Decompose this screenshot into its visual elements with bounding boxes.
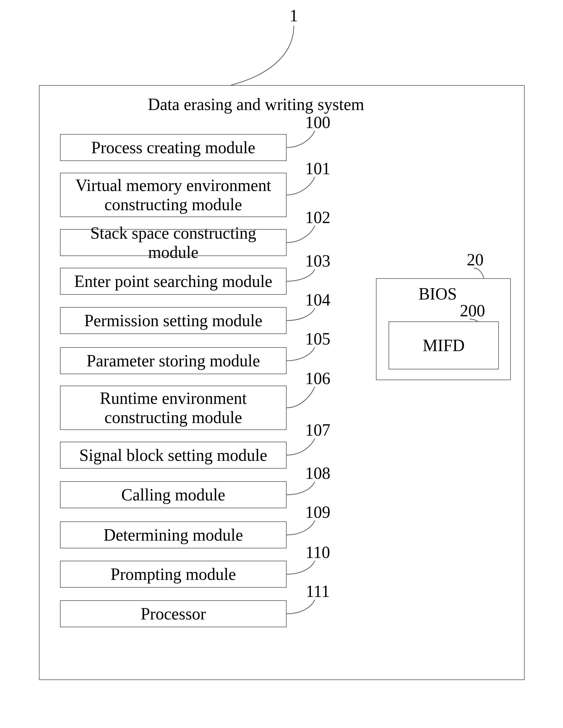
- module-label-8: Calling module: [121, 485, 225, 504]
- module-box-7: Signal block setting module: [60, 442, 287, 469]
- module-box-9: Determining module: [60, 521, 287, 548]
- module-label-0: Process creating module: [91, 138, 255, 157]
- module-label-10: Prompting module: [111, 565, 236, 584]
- mifd-box: MIFD: [389, 321, 499, 369]
- module-label-3: Enter point searching module: [74, 272, 273, 291]
- module-ref-0: 100: [300, 113, 336, 132]
- module-label-6: Runtime environment constructing module: [64, 389, 283, 427]
- system-ref-label: 1: [288, 6, 300, 25]
- module-ref-10: 110: [300, 543, 336, 562]
- module-ref-9: 109: [300, 503, 336, 522]
- module-box-4: Permission setting module: [60, 307, 287, 334]
- mifd-ref: 200: [454, 301, 490, 320]
- module-ref-3: 103: [300, 251, 336, 270]
- module-ref-4: 104: [300, 290, 336, 309]
- module-box-0: Process creating module: [60, 134, 287, 161]
- module-ref-8: 108: [300, 464, 336, 483]
- module-ref-2: 102: [300, 208, 336, 227]
- module-box-3: Enter point searching module: [60, 268, 287, 295]
- mifd-label: MIFD: [423, 336, 465, 355]
- module-box-8: Calling module: [60, 481, 287, 508]
- bios-ref: 20: [462, 250, 489, 269]
- module-box-1: Virtual memory environment constructing …: [60, 173, 287, 217]
- module-label-1: Virtual memory environment constructing …: [64, 176, 283, 214]
- module-label-2: Stack space constructing module: [64, 223, 283, 262]
- module-label-9: Determining module: [103, 525, 243, 545]
- module-box-10: Prompting module: [60, 561, 287, 588]
- module-label-4: Permission setting module: [84, 311, 262, 330]
- diagram-canvas: 1 Data erasing and writing system Proces…: [0, 0, 563, 728]
- module-ref-1: 101: [300, 159, 336, 178]
- system-title: Data erasing and writing system: [136, 95, 376, 114]
- module-ref-5: 105: [300, 329, 336, 348]
- bios-label: BIOS: [411, 284, 465, 303]
- module-ref-11: 111: [300, 582, 336, 601]
- module-label-7: Signal block setting module: [79, 446, 267, 465]
- module-box-5: Parameter storing module: [60, 347, 287, 374]
- module-box-6: Runtime environment constructing module: [60, 386, 287, 430]
- module-label-11: Processor: [141, 604, 206, 623]
- module-ref-6: 106: [300, 369, 336, 388]
- module-label-5: Parameter storing module: [87, 351, 260, 370]
- module-box-11: Processor: [60, 600, 287, 627]
- module-box-2: Stack space constructing module: [60, 229, 287, 256]
- module-ref-7: 107: [300, 420, 336, 440]
